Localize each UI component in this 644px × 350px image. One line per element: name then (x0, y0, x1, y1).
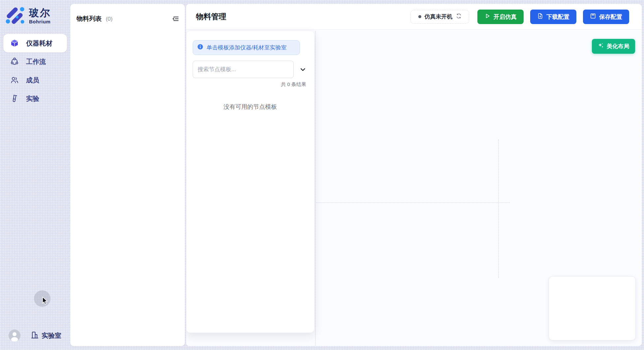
download-config-label: 下载配置 (546, 13, 569, 21)
empty-template-text: 没有可用的节点模板 (186, 103, 314, 111)
canvas-guide-line (498, 139, 499, 278)
file-download-icon (537, 13, 543, 21)
brand-text: 玻尔 Bohrium (29, 7, 51, 24)
topbar: 物料管理 仿真未开机 开启仿真 (186, 4, 642, 30)
search-input[interactable] (193, 61, 294, 78)
material-list-header: 物料列表 (0) (70, 4, 185, 23)
sidebar-item-members[interactable]: 成员 (3, 71, 67, 89)
sidebar-item-label: 工作流 (26, 57, 46, 66)
hint-banner-text: 单击模板添加仪器/耗材至实验室 (207, 44, 287, 51)
simulation-status-label: 仿真未开机 (425, 13, 453, 20)
main-area: 物料管理 仿真未开机 开启仿真 (186, 4, 642, 346)
page-title: 物料管理 (196, 12, 226, 22)
sidebar-item-label: 成员 (26, 76, 39, 85)
result-count: 共 0 条结果 (186, 81, 314, 88)
bohrium-logo-icon (5, 5, 25, 26)
sidebar-item-experiment[interactable]: 实验 (3, 89, 67, 108)
sidebar: 玻尔 Bohrium 仪器耗材 (0, 0, 70, 350)
status-dot-icon (418, 15, 421, 18)
lab-switcher[interactable]: 实验室 (30, 331, 61, 341)
material-list-count: (0) (106, 16, 113, 22)
material-list-title: 物料列表 (77, 15, 102, 22)
start-simulation-label: 开启仿真 (494, 13, 517, 21)
brand[interactable]: 玻尔 Bohrium (5, 5, 51, 26)
sidebar-item-label: 仪器耗材 (26, 39, 52, 48)
user-avatar[interactable] (9, 330, 20, 341)
building-icon (30, 331, 39, 341)
info-icon (197, 44, 203, 51)
refresh-icon[interactable] (456, 13, 462, 20)
sidebar-nav: 仪器耗材 工作流 成员 (3, 34, 67, 108)
template-panel: 单击模板添加仪器/耗材至实验室 共 0 条结果 没有可用的节点模板 (186, 31, 314, 333)
topbar-actions: 仿真未开机 开启仿真 (410, 10, 629, 24)
cube-icon (10, 39, 19, 47)
download-config-button[interactable]: 下载配置 (530, 10, 576, 24)
chevron-down-icon[interactable] (300, 66, 306, 73)
save-icon (590, 13, 596, 21)
experiment-icon (10, 94, 19, 103)
canvas-guide-line (315, 202, 510, 203)
minimap[interactable] (549, 276, 636, 340)
search-row (193, 61, 306, 78)
simulation-status-pill[interactable]: 仿真未开机 (410, 10, 469, 24)
start-simulation-button[interactable]: 开启仿真 (477, 10, 524, 24)
sidebar-item-instruments[interactable]: 仪器耗材 (3, 34, 67, 52)
members-icon (10, 76, 19, 84)
canvas-guide-line (315, 31, 316, 346)
beautify-layout-button[interactable]: 美化布局 (592, 39, 635, 54)
sidebar-item-label: 实验 (26, 94, 39, 103)
mouse-cursor-icon (42, 296, 49, 307)
workflow-icon (10, 57, 19, 66)
beautify-layout-label: 美化布局 (607, 43, 629, 50)
sidebar-item-workflow[interactable]: 工作流 (3, 52, 67, 71)
brand-name-zh: 玻尔 (29, 7, 51, 19)
hint-banner: 单击模板添加仪器/耗材至实验室 (193, 40, 300, 55)
lab-label: 实验室 (42, 331, 61, 340)
play-icon (484, 13, 491, 21)
layout-canvas[interactable]: 单击模板添加仪器/耗材至实验室 共 0 条结果 没有可用的节点模板 (186, 30, 642, 346)
material-list-panel: 物料列表 (0) (70, 4, 185, 346)
brand-name-en: Bohrium (29, 19, 51, 24)
sparkles-icon (598, 43, 604, 50)
save-config-label: 保存配置 (599, 13, 622, 21)
sidebar-footer: 实验室 (9, 330, 61, 341)
collapse-panel-button[interactable] (171, 15, 180, 23)
save-config-button[interactable]: 保存配置 (583, 10, 629, 24)
